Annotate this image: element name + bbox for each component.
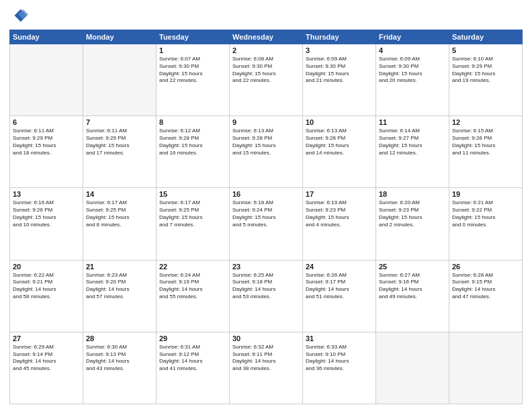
calendar-cell: 11Sunrise: 6:14 AM Sunset: 9:27 PM Dayli… — [376, 116, 449, 188]
day-number: 6 — [13, 118, 80, 126]
weekday-header-cell: Saturday — [449, 30, 523, 44]
day-number: 18 — [379, 190, 446, 198]
cell-info: Sunrise: 6:26 AM Sunset: 9:17 PM Dayligh… — [306, 272, 373, 301]
day-number: 19 — [452, 190, 519, 198]
calendar-cell: 16Sunrise: 6:18 AM Sunset: 9:24 PM Dayli… — [230, 188, 303, 260]
weekday-header-cell: Monday — [83, 30, 157, 44]
cell-info: Sunrise: 6:30 AM Sunset: 9:13 PM Dayligh… — [86, 344, 153, 373]
day-number: 21 — [86, 263, 153, 271]
week-row: 13Sunrise: 6:16 AM Sunset: 9:26 PM Dayli… — [10, 188, 523, 260]
cell-info: Sunrise: 6:24 AM Sunset: 9:19 PM Dayligh… — [159, 272, 226, 301]
calendar-cell: 30Sunrise: 6:32 AM Sunset: 9:11 PM Dayli… — [230, 332, 303, 404]
cell-info: Sunrise: 6:09 AM Sunset: 9:30 PM Dayligh… — [379, 56, 446, 85]
day-number: 1 — [159, 46, 226, 54]
calendar-cell: 12Sunrise: 6:15 AM Sunset: 9:26 PM Dayli… — [449, 116, 523, 188]
calendar: SundayMondayTuesdayWednesdayThursdayFrid… — [9, 30, 523, 404]
calendar-cell: 31Sunrise: 6:33 AM Sunset: 9:10 PM Dayli… — [303, 332, 376, 404]
cell-info: Sunrise: 6:11 AM Sunset: 9:29 PM Dayligh… — [13, 128, 80, 156]
week-row: 20Sunrise: 6:22 AM Sunset: 9:21 PM Dayli… — [10, 260, 523, 332]
calendar-cell: 5Sunrise: 6:10 AM Sunset: 9:29 PM Daylig… — [449, 44, 523, 116]
cell-info: Sunrise: 6:10 AM Sunset: 9:29 PM Dayligh… — [452, 56, 519, 85]
cell-info: Sunrise: 6:13 AM Sunset: 9:28 PM Dayligh… — [306, 128, 373, 156]
day-number: 17 — [306, 190, 373, 198]
calendar-cell: 27Sunrise: 6:29 AM Sunset: 9:14 PM Dayli… — [10, 332, 83, 404]
calendar-cell: 24Sunrise: 6:26 AM Sunset: 9:17 PM Dayli… — [303, 260, 376, 332]
cell-info: Sunrise: 6:23 AM Sunset: 9:20 PM Dayligh… — [86, 272, 153, 301]
day-number: 4 — [379, 46, 446, 54]
day-number: 23 — [232, 263, 300, 271]
weekday-header-cell: Wednesday — [230, 30, 303, 44]
calendar-cell: 9Sunrise: 6:13 AM Sunset: 9:28 PM Daylig… — [230, 116, 303, 188]
calendar-cell: 3Sunrise: 6:09 AM Sunset: 9:30 PM Daylig… — [303, 44, 376, 116]
week-row: 27Sunrise: 6:29 AM Sunset: 9:14 PM Dayli… — [10, 332, 523, 404]
calendar-body: 1Sunrise: 6:07 AM Sunset: 9:30 PM Daylig… — [10, 44, 523, 404]
calendar-cell: 17Sunrise: 6:19 AM Sunset: 9:23 PM Dayli… — [303, 188, 376, 260]
calendar-cell: 1Sunrise: 6:07 AM Sunset: 9:30 PM Daylig… — [157, 44, 230, 116]
cell-info: Sunrise: 6:09 AM Sunset: 9:30 PM Dayligh… — [306, 56, 373, 85]
calendar-cell — [83, 44, 157, 116]
cell-info: Sunrise: 6:19 AM Sunset: 9:23 PM Dayligh… — [306, 199, 373, 228]
calendar-cell — [10, 44, 83, 116]
day-number: 2 — [232, 46, 300, 54]
calendar-cell: 7Sunrise: 6:11 AM Sunset: 9:29 PM Daylig… — [83, 116, 157, 188]
day-number: 15 — [159, 190, 226, 198]
day-number: 9 — [232, 118, 300, 126]
day-number: 27 — [13, 334, 80, 342]
cell-info: Sunrise: 6:29 AM Sunset: 9:14 PM Dayligh… — [13, 344, 80, 373]
calendar-cell: 8Sunrise: 6:12 AM Sunset: 9:28 PM Daylig… — [157, 116, 230, 188]
calendar-cell: 29Sunrise: 6:31 AM Sunset: 9:12 PM Dayli… — [157, 332, 230, 404]
cell-info: Sunrise: 6:14 AM Sunset: 9:27 PM Dayligh… — [379, 128, 446, 156]
day-number: 24 — [306, 263, 373, 271]
cell-info: Sunrise: 6:07 AM Sunset: 9:30 PM Dayligh… — [159, 56, 226, 85]
calendar-cell: 10Sunrise: 6:13 AM Sunset: 9:28 PM Dayli… — [303, 116, 376, 188]
day-number: 20 — [13, 263, 80, 271]
day-number: 13 — [13, 190, 80, 198]
calendar-cell: 4Sunrise: 6:09 AM Sunset: 9:30 PM Daylig… — [376, 44, 449, 116]
calendar-cell: 14Sunrise: 6:17 AM Sunset: 9:25 PM Dayli… — [83, 188, 157, 260]
cell-info: Sunrise: 6:17 AM Sunset: 9:25 PM Dayligh… — [86, 199, 153, 228]
weekday-header-cell: Sunday — [10, 30, 83, 44]
calendar-cell: 2Sunrise: 6:08 AM Sunset: 9:30 PM Daylig… — [230, 44, 303, 116]
calendar-cell: 23Sunrise: 6:25 AM Sunset: 9:18 PM Dayli… — [230, 260, 303, 332]
day-number: 28 — [86, 334, 153, 342]
cell-info: Sunrise: 6:12 AM Sunset: 9:28 PM Dayligh… — [159, 128, 226, 156]
cell-info: Sunrise: 6:22 AM Sunset: 9:21 PM Dayligh… — [13, 272, 80, 301]
calendar-cell: 28Sunrise: 6:30 AM Sunset: 9:13 PM Dayli… — [83, 332, 157, 404]
day-number: 10 — [306, 118, 373, 126]
cell-info: Sunrise: 6:08 AM Sunset: 9:30 PM Dayligh… — [232, 56, 300, 85]
calendar-cell — [376, 332, 449, 404]
cell-info: Sunrise: 6:32 AM Sunset: 9:11 PM Dayligh… — [232, 344, 300, 373]
calendar-cell: 26Sunrise: 6:28 AM Sunset: 9:15 PM Dayli… — [449, 260, 523, 332]
day-number: 31 — [306, 334, 373, 342]
cell-info: Sunrise: 6:27 AM Sunset: 9:16 PM Dayligh… — [379, 272, 446, 301]
calendar-cell: 22Sunrise: 6:24 AM Sunset: 9:19 PM Dayli… — [157, 260, 230, 332]
weekday-header-row: SundayMondayTuesdayWednesdayThursdayFrid… — [10, 30, 523, 44]
day-number: 12 — [452, 118, 519, 126]
week-row: 6Sunrise: 6:11 AM Sunset: 9:29 PM Daylig… — [10, 116, 523, 188]
calendar-cell: 20Sunrise: 6:22 AM Sunset: 9:21 PM Dayli… — [10, 260, 83, 332]
day-number: 11 — [379, 118, 446, 126]
cell-info: Sunrise: 6:20 AM Sunset: 9:23 PM Dayligh… — [379, 199, 446, 228]
cell-info: Sunrise: 6:16 AM Sunset: 9:26 PM Dayligh… — [13, 199, 80, 228]
week-row: 1Sunrise: 6:07 AM Sunset: 9:30 PM Daylig… — [10, 44, 523, 116]
weekday-header-cell: Tuesday — [157, 30, 230, 44]
day-number: 25 — [379, 263, 446, 271]
logo-icon — [9, 7, 28, 26]
calendar-cell: 21Sunrise: 6:23 AM Sunset: 9:20 PM Dayli… — [83, 260, 157, 332]
cell-info: Sunrise: 6:17 AM Sunset: 9:25 PM Dayligh… — [159, 199, 226, 228]
cell-info: Sunrise: 6:21 AM Sunset: 9:22 PM Dayligh… — [452, 199, 519, 228]
calendar-cell: 15Sunrise: 6:17 AM Sunset: 9:25 PM Dayli… — [157, 188, 230, 260]
day-number: 26 — [452, 263, 519, 271]
cell-info: Sunrise: 6:31 AM Sunset: 9:12 PM Dayligh… — [159, 344, 226, 373]
calendar-cell: 18Sunrise: 6:20 AM Sunset: 9:23 PM Dayli… — [376, 188, 449, 260]
calendar-cell: 25Sunrise: 6:27 AM Sunset: 9:16 PM Dayli… — [376, 260, 449, 332]
page: SundayMondayTuesdayWednesdayThursdayFrid… — [0, 0, 532, 411]
logo — [9, 7, 31, 26]
day-number: 5 — [452, 46, 519, 54]
cell-info: Sunrise: 6:33 AM Sunset: 9:10 PM Dayligh… — [306, 344, 373, 373]
day-number: 29 — [159, 334, 226, 342]
cell-info: Sunrise: 6:11 AM Sunset: 9:29 PM Dayligh… — [86, 128, 153, 156]
calendar-cell: 13Sunrise: 6:16 AM Sunset: 9:26 PM Dayli… — [10, 188, 83, 260]
day-number: 14 — [86, 190, 153, 198]
day-number: 8 — [159, 118, 226, 126]
